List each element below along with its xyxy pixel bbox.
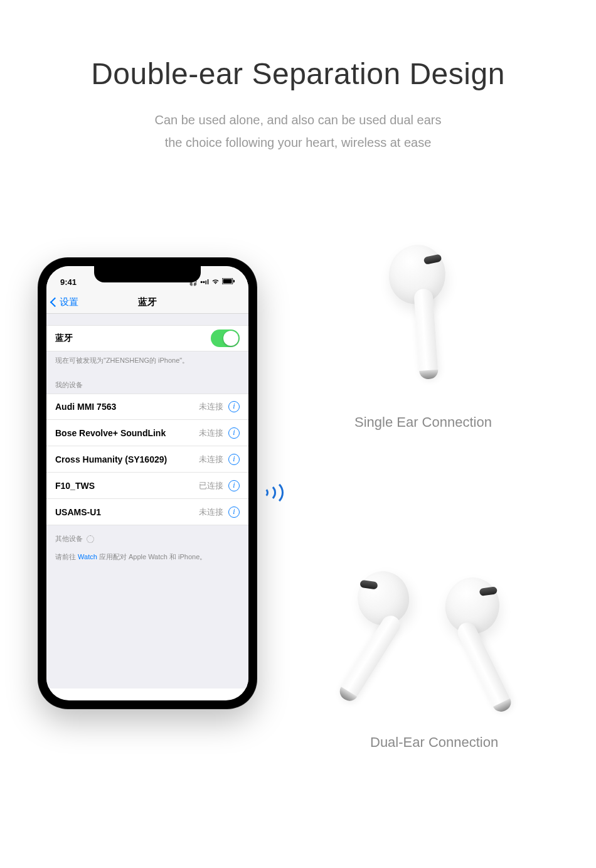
phone-screen: 9:41 🎧 ••ıl 设置 蓝牙 蓝牙 bbox=[46, 266, 248, 700]
info-icon[interactable]: i bbox=[228, 401, 240, 412]
info-icon[interactable]: i bbox=[228, 454, 240, 465]
my-devices-header: 我的设备 bbox=[46, 369, 248, 394]
device-row[interactable]: F10_TWS 已连接 i bbox=[46, 473, 248, 499]
footer-area: 其他设备 请前往 Watch 应用配对 Apple Watch 和 iPhone… bbox=[46, 525, 248, 689]
page-title: Double-ear Separation Design bbox=[0, 56, 596, 91]
device-name: F10_TWS bbox=[55, 481, 199, 491]
info-icon[interactable]: i bbox=[228, 480, 240, 491]
battery-icon bbox=[222, 278, 235, 286]
device-name: Cross Humanity (SY16029) bbox=[55, 454, 199, 464]
page-subtitle: Can be used alone, and also can be used … bbox=[0, 109, 596, 154]
signal-icon bbox=[258, 477, 290, 508]
spinner-icon bbox=[87, 535, 94, 543]
status-time: 9:41 bbox=[60, 277, 77, 287]
device-row[interactable]: Cross Humanity (SY16029) 未连接 i bbox=[46, 446, 248, 473]
discoverable-note: 现在可被发现为"ZHENSHENG的 iPhone"。 bbox=[46, 351, 248, 369]
other-devices-header: 其他设备 bbox=[55, 534, 240, 544]
device-status: 未连接 bbox=[199, 401, 223, 412]
device-row[interactable]: USAMS-U1 未连接 i bbox=[46, 499, 248, 525]
phone-notch bbox=[94, 266, 201, 282]
bluetooth-toggle[interactable] bbox=[211, 330, 240, 347]
bluetooth-toggle-row: 蓝牙 bbox=[46, 325, 248, 351]
watch-link[interactable]: Watch bbox=[78, 553, 97, 560]
bluetooth-label: 蓝牙 bbox=[55, 333, 211, 344]
device-name: USAMS-U1 bbox=[55, 507, 199, 517]
device-status: 已连接 bbox=[199, 480, 223, 491]
device-row[interactable]: Bose Revolve+ SoundLink 未连接 i bbox=[46, 420, 248, 446]
device-name: Bose Revolve+ SoundLink bbox=[55, 428, 199, 438]
single-earbud-image bbox=[389, 245, 445, 304]
dual-earbud-image bbox=[358, 571, 546, 728]
dual-ear-caption: Dual-Ear Connection bbox=[370, 734, 498, 751]
svg-rect-1 bbox=[223, 279, 232, 284]
device-status: 未连接 bbox=[199, 427, 223, 439]
info-icon[interactable]: i bbox=[228, 506, 240, 518]
nav-title: 蓝牙 bbox=[46, 296, 248, 308]
svg-rect-2 bbox=[233, 280, 235, 282]
signal-icon: ••ıl bbox=[200, 278, 209, 286]
device-row[interactable]: Audi MMI 7563 未连接 i bbox=[46, 394, 248, 420]
device-status: 未连接 bbox=[199, 506, 223, 518]
hero-section: Double-ear Separation Design Can be used… bbox=[0, 0, 596, 154]
nav-bar: 设置 蓝牙 bbox=[46, 291, 248, 314]
device-status: 未连接 bbox=[199, 454, 223, 465]
watch-pairing-note: 请前往 Watch 应用配对 Apple Watch 和 iPhone。 bbox=[55, 552, 240, 562]
wifi-icon bbox=[211, 278, 220, 286]
single-ear-caption: Single Ear Connection bbox=[354, 414, 492, 431]
info-icon[interactable]: i bbox=[228, 427, 240, 439]
phone-mockup: 9:41 🎧 ••ıl 设置 蓝牙 蓝牙 bbox=[38, 257, 257, 709]
device-name: Audi MMI 7563 bbox=[55, 402, 199, 412]
